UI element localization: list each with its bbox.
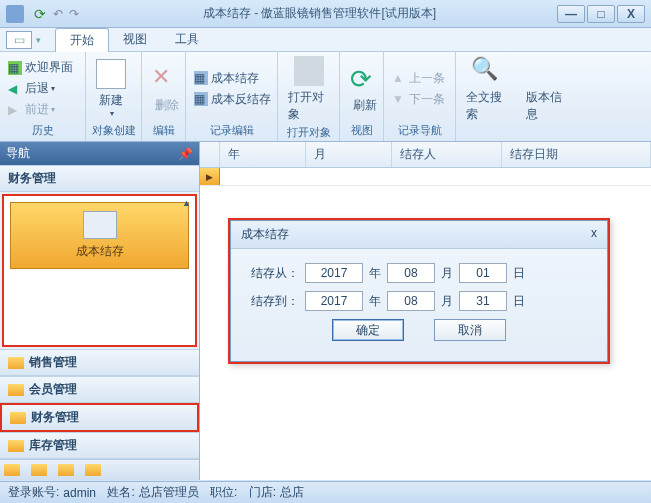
close-button[interactable]: X	[617, 5, 645, 23]
redo-icon[interactable]: ↷	[69, 7, 79, 21]
open-object-button[interactable]: 打开对象	[282, 54, 335, 125]
grid-row[interactable]: ▶	[200, 168, 651, 186]
nav-section-finance[interactable]: 财务管理	[0, 403, 199, 432]
folder-icon	[8, 440, 24, 452]
nav-panel: 导航📌 财务管理 ▲ 成本结存 销售管理 会员管理 财务管理 库存管理	[0, 142, 200, 480]
group-create: 对象创建	[90, 123, 137, 139]
col-year[interactable]: 年	[220, 142, 306, 167]
cost-reverse-button[interactable]: ▦成本反结存	[190, 89, 275, 110]
dialog-close-button[interactable]: x	[591, 226, 597, 243]
store-value: 总店	[280, 484, 304, 501]
folder-icon	[8, 384, 24, 396]
pin-icon[interactable]: 📌	[178, 147, 193, 161]
app-icon	[6, 5, 24, 23]
next-record-button[interactable]: ▼下一条	[388, 89, 449, 110]
back-button[interactable]: ◀后退▾	[4, 78, 77, 99]
folder-icon	[8, 357, 24, 369]
undo-icon[interactable]: ↶	[53, 7, 63, 21]
cost-close-button[interactable]: ▦成本结存	[190, 68, 275, 89]
account-label: 登录账号:	[8, 484, 59, 501]
to-day-input[interactable]	[459, 291, 507, 311]
from-day-input[interactable]	[459, 263, 507, 283]
app-menu-icon[interactable]: ▭	[6, 31, 32, 49]
group-record: 记录编辑	[190, 123, 273, 139]
tab-tools[interactable]: 工具	[161, 28, 213, 51]
folder-icon[interactable]	[31, 464, 47, 476]
name-value: 总店管理员	[139, 484, 199, 501]
nav-footer	[0, 459, 199, 480]
status-bar: 登录账号: admin 姓名: 总店管理员 职位: 门店: 总店	[0, 481, 651, 503]
from-month-input[interactable]	[387, 263, 435, 283]
to-year-input[interactable]	[305, 291, 363, 311]
search-button[interactable]: 🔍全文搜索	[460, 54, 512, 125]
prev-record-button[interactable]: ▲上一条	[388, 68, 449, 89]
dialog-title: 成本结存	[241, 226, 289, 243]
col-person[interactable]: 结存人	[392, 142, 502, 167]
version-button[interactable]: 版本信息	[520, 54, 572, 125]
minimize-button[interactable]: —	[557, 5, 585, 23]
tab-view[interactable]: 视图	[109, 28, 161, 51]
nav-title: 导航📌	[0, 142, 199, 165]
reload-icon[interactable]: ⟳	[34, 6, 46, 22]
cost-close-dialog: 成本结存 x 结存从： 年 月 日 结存到： 年 月 日	[228, 218, 610, 364]
row-indicator-icon: ▶	[200, 168, 220, 185]
group-open: 打开对象	[282, 125, 335, 140]
nav-section-stock[interactable]: 库存管理	[0, 432, 199, 459]
position-label: 职位:	[210, 484, 237, 501]
folder-icon[interactable]	[4, 464, 20, 476]
col-date[interactable]: 结存日期	[502, 142, 651, 167]
from-year-input[interactable]	[305, 263, 363, 283]
ribbon: ▦欢迎界面 ◀后退▾ ▶前进▾ 历史 新建▾ 对象创建 ✕删除 编辑 ▦成本结存…	[0, 52, 651, 142]
to-label: 结存到：	[251, 293, 299, 310]
cost-close-icon	[83, 211, 117, 239]
new-button[interactable]: 新建▾	[90, 57, 132, 120]
cancel-button[interactable]: 取消	[434, 319, 506, 341]
col-month[interactable]: 月	[306, 142, 392, 167]
account-value: admin	[63, 486, 96, 500]
name-label: 姓名:	[107, 484, 134, 501]
nav-item-cost-close[interactable]: 成本结存	[10, 202, 189, 269]
titlebar: ⟳ ↶ ↷ 成本结存 - 傲蓝眼镜销售管理软件[试用版本] — □ X	[0, 0, 651, 28]
delete-button[interactable]: ✕删除	[146, 62, 188, 116]
store-label: 门店:	[249, 484, 276, 501]
window-title: 成本结存 - 傲蓝眼镜销售管理软件[试用版本]	[82, 5, 557, 22]
from-label: 结存从：	[251, 265, 299, 282]
date-to-row: 结存到： 年 月 日	[251, 291, 587, 311]
grid-indicator-col	[200, 142, 220, 167]
grid-header: 年 月 结存人 结存日期	[200, 142, 651, 168]
dialog-titlebar: 成本结存 x	[231, 221, 607, 249]
nav-section-sales[interactable]: 销售管理	[0, 349, 199, 376]
group-nav: 记录导航	[388, 123, 451, 139]
collapse-icon[interactable]: ▲	[182, 198, 191, 208]
group-edit: 编辑	[146, 123, 181, 139]
nav-section-finance-top[interactable]: 财务管理	[0, 165, 199, 192]
to-month-input[interactable]	[387, 291, 435, 311]
menu-tabs: ▭ ▾ 开始 视图 工具	[0, 28, 651, 52]
ok-button[interactable]: 确定	[332, 319, 404, 341]
welcome-button[interactable]: ▦欢迎界面	[4, 57, 77, 78]
folder-icon	[10, 412, 26, 424]
folder-icon[interactable]	[58, 464, 74, 476]
date-from-row: 结存从： 年 月 日	[251, 263, 587, 283]
refresh-button[interactable]: ⟳刷新	[344, 62, 386, 116]
tab-start[interactable]: 开始	[55, 28, 109, 52]
maximize-button[interactable]: □	[587, 5, 615, 23]
folder-icon[interactable]	[85, 464, 101, 476]
forward-button[interactable]: ▶前进▾	[4, 99, 77, 120]
group-history: 历史	[4, 123, 81, 139]
dropdown-icon[interactable]: ▾	[36, 35, 41, 45]
group-view: 视图	[344, 123, 379, 139]
nav-body: ▲ 成本结存	[2, 194, 197, 347]
nav-section-member[interactable]: 会员管理	[0, 376, 199, 403]
